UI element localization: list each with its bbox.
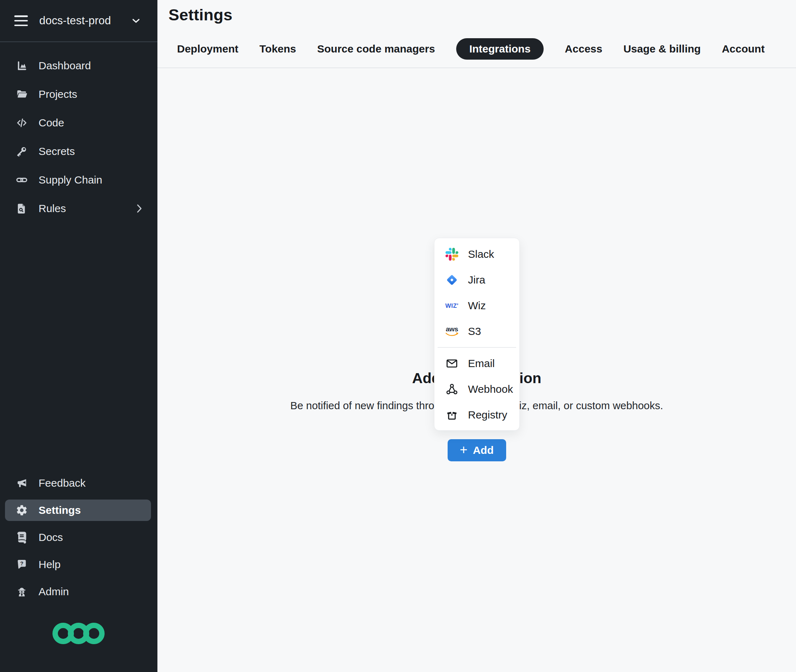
workspace-name: docs-test-prod <box>39 14 111 27</box>
admin-detective-icon <box>16 586 28 598</box>
sidebar-item-help[interactable]: ? Help <box>0 551 157 578</box>
menu-item-jira[interactable]: Jira <box>435 267 519 293</box>
add-button-label: Add <box>473 444 494 456</box>
aws-logo-icon: aws <box>445 325 459 338</box>
tab-usage-billing[interactable]: Usage & billing <box>623 38 701 60</box>
secrets-key-icon <box>16 145 28 157</box>
sidebar-nav: Dashboard Projects Code Secrets <box>0 42 157 223</box>
app-window: docs-test-prod Dashboard Projects Co <box>0 0 796 672</box>
slack-icon <box>445 248 459 261</box>
chevron-right-icon <box>135 203 143 214</box>
chevron-down-icon <box>130 15 142 26</box>
supply-chain-link-icon <box>16 174 28 186</box>
sidebar-item-rules[interactable]: Rules <box>0 194 157 223</box>
menu-item-email[interactable]: Email <box>435 350 519 376</box>
sidebar-item-label: Supply Chain <box>38 174 102 186</box>
tab-access[interactable]: Access <box>565 38 602 60</box>
menu-item-label: Wiz <box>468 299 486 312</box>
sidebar-item-label: Help <box>38 558 61 571</box>
add-integration-button[interactable]: + Add <box>448 439 506 461</box>
code-icon <box>16 117 28 129</box>
email-envelope-icon <box>445 357 459 370</box>
sidebar-item-feedback[interactable]: Feedback <box>0 470 157 497</box>
feedback-megaphone-icon <box>16 477 28 489</box>
docs-book-icon <box>16 531 28 544</box>
jira-icon <box>445 273 459 287</box>
webhook-icon <box>445 382 459 396</box>
sidebar-item-code[interactable]: Code <box>0 109 157 137</box>
tab-tokens[interactable]: Tokens <box>259 38 296 60</box>
menu-item-label: Email <box>468 357 495 370</box>
settings-tabbar: Deployment Tokens Source code managers I… <box>157 38 765 60</box>
menu-item-label: Jira <box>468 274 485 286</box>
menu-item-label: Registry <box>468 409 507 421</box>
page-title: Settings <box>168 6 232 24</box>
sidebar-item-label: Secrets <box>38 145 75 157</box>
sidebar-item-label: Feedback <box>38 477 86 489</box>
tab-account[interactable]: Account <box>722 38 765 60</box>
sidebar-item-settings[interactable]: Settings <box>5 499 151 521</box>
sidebar-item-admin[interactable]: Admin <box>0 578 157 605</box>
menu-item-label: Slack <box>468 248 494 260</box>
menu-item-label: Webhook <box>468 383 513 395</box>
sidebar-item-label: Projects <box>38 88 77 100</box>
sidebar-item-projects[interactable]: Projects <box>0 80 157 109</box>
tabbar-divider <box>157 67 796 68</box>
svg-text:?: ? <box>20 561 23 566</box>
workspace-selector[interactable]: docs-test-prod <box>0 0 157 42</box>
wiz-logo-icon: wiz' <box>445 299 459 312</box>
sidebar-item-docs[interactable]: Docs <box>0 524 157 551</box>
menu-item-s3[interactable]: aws S3 <box>435 318 519 344</box>
menu-divider <box>438 347 516 348</box>
registry-package-icon <box>445 408 459 422</box>
sidebar-item-dashboard[interactable]: Dashboard <box>0 51 157 80</box>
menu-item-label: S3 <box>468 325 481 338</box>
hamburger-menu-icon[interactable] <box>14 15 28 26</box>
integration-type-menu: Slack Jira wiz' Wiz aws S3 Ema <box>434 238 520 430</box>
sidebar-item-label: Dashboard <box>38 60 91 72</box>
rules-document-icon <box>16 202 28 214</box>
help-question-icon: ? <box>16 558 28 571</box>
sidebar-item-label: Rules <box>38 202 66 214</box>
sidebar: docs-test-prod Dashboard Projects Co <box>0 0 157 672</box>
sidebar-bottom-nav: Feedback Settings Docs ? Help <box>0 470 157 605</box>
tab-deployment[interactable]: Deployment <box>177 38 238 60</box>
projects-folder-icon <box>16 88 28 100</box>
sidebar-item-label: Code <box>38 117 64 129</box>
menu-item-slack[interactable]: Slack <box>435 242 519 267</box>
sidebar-item-supply-chain[interactable]: Supply Chain <box>0 166 157 194</box>
tab-source-code-managers[interactable]: Source code managers <box>317 38 435 60</box>
menu-item-registry[interactable]: Registry <box>435 402 519 428</box>
sidebar-item-secrets[interactable]: Secrets <box>0 137 157 166</box>
dashboard-chart-icon <box>16 60 28 72</box>
sidebar-item-label: Admin <box>38 586 69 598</box>
settings-gear-icon <box>16 504 28 516</box>
menu-item-webhook[interactable]: Webhook <box>435 376 519 402</box>
three-rings-logo <box>52 622 105 646</box>
sidebar-item-label: Docs <box>38 531 63 544</box>
tab-integrations[interactable]: Integrations <box>456 38 544 60</box>
sidebar-item-label: Settings <box>38 504 81 516</box>
menu-item-wiz[interactable]: wiz' Wiz <box>435 293 519 318</box>
plus-icon: + <box>460 443 468 456</box>
